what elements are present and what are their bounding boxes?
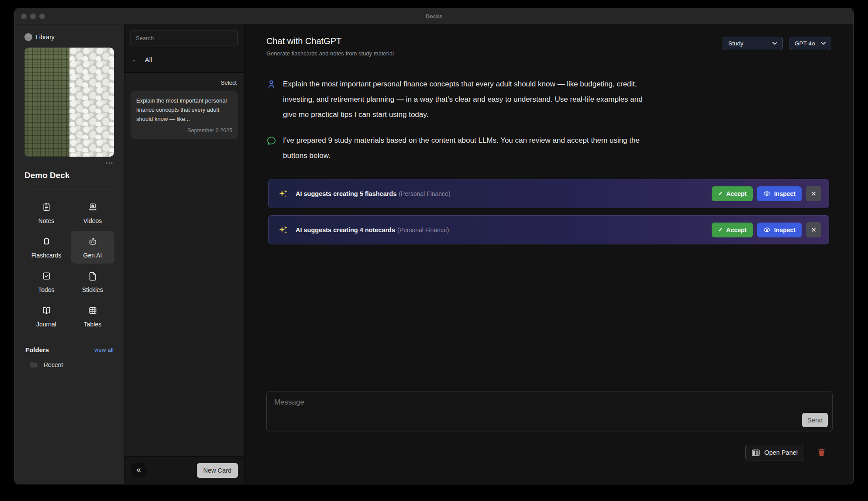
ai-suggestions: AI suggests creating 5 flashcards (Perso…: [245, 174, 853, 251]
nav-label: Tables: [84, 321, 101, 328]
nav-item-tables[interactable]: Tables: [71, 300, 114, 333]
card-preview-text: Explain the most important personal fina…: [136, 96, 232, 124]
nav-item-notes[interactable]: Notes: [24, 196, 68, 229]
check-icon: ✓: [718, 226, 723, 233]
mode-select[interactable]: Study: [723, 37, 783, 50]
user-message: Explain the most important personal fina…: [266, 76, 831, 122]
cards-panel: ← All Select Explain the most important …: [124, 24, 245, 484]
deck-cover-left-texture: [24, 48, 69, 157]
library-label: Library: [36, 34, 55, 41]
suggestion-tag: (Personal Finance): [397, 226, 449, 233]
message-list: Explain the most important personal fina…: [245, 57, 853, 174]
library-back[interactable]: ← Library: [24, 33, 114, 41]
window-title: Decks: [15, 13, 853, 20]
assistant-message: I've prepared 9 study materials based on…: [266, 133, 831, 163]
folders-title: Folders: [25, 346, 49, 353]
folder-item-recent[interactable]: Recent: [24, 361, 114, 368]
close-window-button[interactable]: [21, 14, 27, 19]
nav-label: Flashcards: [31, 252, 61, 259]
back-arrow-icon: ←: [24, 33, 32, 41]
suggestion-banner-flashcards: AI suggests creating 5 flashcards (Perso…: [268, 179, 829, 208]
nav-item-stickies[interactable]: Stickies: [71, 265, 114, 298]
inspect-button[interactable]: Inspect: [757, 186, 802, 201]
panel-layout-icon: [752, 450, 760, 456]
message-composer: Send: [266, 391, 833, 432]
folder-icon: [30, 361, 38, 368]
all-label: All: [145, 56, 152, 63]
chevron-down-icon: [772, 42, 777, 45]
check-icon: ✓: [718, 190, 723, 197]
nav-item-gen-ai[interactable]: Gen AI: [71, 231, 114, 264]
select-button[interactable]: Select: [221, 79, 237, 86]
all-back-button[interactable]: ← All: [124, 50, 244, 72]
sticky-note-icon: [88, 271, 98, 283]
nav-label: Notes: [38, 217, 55, 224]
card-preview-date: September 0 2025: [136, 127, 232, 134]
suggestion-text: AI suggests creating 5 flashcards: [296, 190, 396, 197]
model-select[interactable]: GPT-4o: [789, 37, 831, 50]
suggestion-text: AI suggests creating 4 notecards: [296, 226, 395, 233]
suggestion-banner-notecards: AI suggests creating 4 notecards (Person…: [268, 215, 829, 244]
collapse-panel-button[interactable]: «: [131, 462, 147, 478]
card-list: Select Explain the most important person…: [124, 73, 244, 456]
new-card-button[interactable]: New Card: [197, 463, 238, 478]
model-select-value: GPT-4o: [795, 40, 815, 47]
trash-icon[interactable]: [816, 447, 826, 458]
minimize-window-button[interactable]: [30, 14, 36, 19]
nav-label: Videos: [83, 217, 102, 224]
notepad-icon: [41, 202, 52, 214]
nav-item-todos[interactable]: Todos: [24, 265, 68, 298]
open-book-icon: [41, 305, 52, 317]
nav-item-flashcards[interactable]: Flashcards: [24, 231, 68, 264]
sparkles-icon: [278, 189, 289, 199]
zoom-window-button[interactable]: [39, 14, 45, 19]
nav-item-journal[interactable]: Journal: [24, 300, 68, 333]
folders-view-all-link[interactable]: view all: [94, 347, 114, 353]
nav-item-videos[interactable]: Videos: [71, 196, 114, 229]
deck-nav-grid: Notes Videos Flashcards Gen AI Todos: [24, 196, 114, 333]
close-icon: ✕: [811, 226, 816, 234]
suggestion-tag: (Personal Finance): [399, 190, 450, 197]
video-laptop-icon: [88, 202, 98, 214]
traffic-lights: [15, 14, 45, 19]
card-preview[interactable]: Explain the most important personal fina…: [131, 91, 238, 139]
titlebar: Decks: [15, 8, 853, 24]
eye-icon: [763, 227, 771, 233]
back-arrow-icon: ←: [132, 55, 139, 64]
deck-cover-image[interactable]: [24, 48, 114, 157]
sidebar-divider: [24, 339, 114, 339]
deck-options-button[interactable]: •••: [25, 160, 114, 165]
deck-cover-right-texture: [69, 48, 114, 157]
sparkles-icon: [278, 225, 289, 235]
dismiss-button[interactable]: ✕: [806, 222, 821, 237]
dismiss-button[interactable]: ✕: [806, 186, 821, 201]
open-panel-button[interactable]: Open Panel: [745, 445, 804, 460]
nav-label: Stickies: [82, 286, 103, 293]
accept-label: Accept: [726, 190, 747, 197]
user-message-text: Explain the most important personal fina…: [283, 76, 645, 122]
chevron-down-icon: [821, 42, 826, 45]
folder-label: Recent: [44, 361, 63, 368]
accept-button[interactable]: ✓ Accept: [712, 186, 753, 201]
inspect-button[interactable]: Inspect: [757, 223, 802, 237]
robot-icon: [88, 237, 98, 248]
accept-button[interactable]: ✓ Accept: [712, 223, 753, 237]
chat-subtitle: Generate flashcards and notes from study…: [266, 50, 831, 57]
close-icon: ✕: [811, 190, 816, 198]
inspect-label: Inspect: [774, 190, 796, 197]
assistant-message-text: I've prepared 9 study materials based on…: [283, 133, 645, 163]
search-input[interactable]: [131, 31, 238, 45]
send-button[interactable]: Send: [802, 413, 828, 427]
inspect-label: Inspect: [774, 226, 796, 233]
deck-title: Demo Deck: [24, 171, 114, 180]
nav-label: Gen AI: [83, 252, 102, 259]
eye-icon: [763, 191, 771, 196]
message-input[interactable]: [267, 391, 832, 432]
panel-bottom-bar: « New Card: [124, 456, 244, 484]
app-window: Decks ← Library ••• Demo Deck Notes: [14, 8, 854, 484]
accept-label: Accept: [726, 226, 747, 233]
chat-area: Chat with ChatGPT Generate flashcards an…: [245, 24, 853, 484]
user-icon: [266, 76, 276, 122]
sidebar-divider: [24, 189, 114, 189]
nav-label: Journal: [36, 321, 56, 328]
